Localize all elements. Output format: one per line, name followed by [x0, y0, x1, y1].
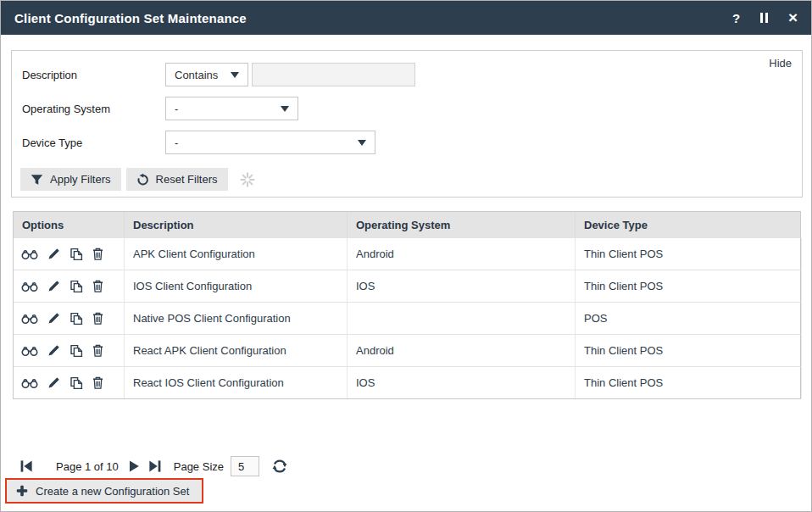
page-indicator: Page 1 of 10 [56, 460, 119, 473]
filter-panel: Hide Description Contains Operating Syst… [11, 50, 803, 198]
next-page-button[interactable] [128, 459, 141, 473]
cell-device-type: Thin Client POS [576, 270, 802, 302]
copy-icon[interactable] [70, 376, 83, 390]
create-configuration-highlight: Create a new Configuration Set [5, 478, 203, 504]
plus-icon [16, 485, 28, 497]
description-label: Description [22, 69, 165, 81]
view-binoculars-icon[interactable] [21, 312, 38, 325]
dropdown-caret-icon [231, 72, 239, 78]
first-page-button[interactable] [19, 459, 33, 473]
reset-undo-icon [136, 173, 149, 186]
cell-operating-system: IOS [348, 270, 576, 302]
reset-filters-button[interactable]: Reset Filters [126, 168, 228, 191]
description-filter-input[interactable] [252, 63, 415, 86]
operating-system-select[interactable]: - [165, 97, 298, 120]
column-header-options: Options [14, 212, 125, 237]
description-operator-select[interactable]: Contains [165, 63, 248, 86]
last-page-icon [148, 459, 162, 473]
column-header-device-type: Device Type [576, 212, 802, 237]
hide-link[interactable]: Hide [769, 57, 792, 70]
pause-icon[interactable] [760, 13, 768, 23]
table-header-row: Options Description Operating System Dev… [14, 212, 800, 237]
delete-trash-icon[interactable] [92, 248, 103, 260]
filter-funnel-icon [31, 174, 43, 186]
operating-system-label: Operating System [22, 103, 165, 115]
page-size-input[interactable] [231, 456, 259, 476]
table-row: React IOS Client Configuration IOS Thin … [14, 366, 800, 398]
dropdown-caret-icon [358, 140, 366, 146]
first-page-icon [19, 459, 33, 473]
apply-filters-button[interactable]: Apply Filters [20, 168, 121, 191]
device-type-select[interactable]: - [165, 131, 375, 154]
edit-pencil-icon[interactable] [47, 312, 60, 325]
edit-pencil-icon[interactable] [47, 376, 60, 389]
column-header-operating-system: Operating System [348, 212, 576, 237]
cell-device-type: Thin Client POS [576, 367, 802, 398]
edit-pencil-icon[interactable] [47, 344, 60, 357]
results-table: Options Description Operating System Dev… [13, 211, 801, 399]
refresh-icon [272, 459, 287, 474]
copy-icon[interactable] [70, 344, 83, 358]
cell-operating-system [348, 303, 576, 334]
delete-trash-icon[interactable] [92, 344, 103, 357]
view-binoculars-icon[interactable] [21, 344, 38, 357]
pagination: Page 1 of 10 Page Size [19, 456, 287, 476]
cell-device-type: Thin Client POS [576, 335, 802, 366]
cell-description: APK Client Configuration [125, 238, 348, 270]
last-page-button[interactable] [148, 459, 162, 473]
refresh-button[interactable] [272, 459, 287, 474]
column-header-description: Description [125, 212, 348, 237]
cell-device-type: Thin Client POS [576, 238, 802, 270]
table-row: IOS Client Configuration IOS Thin Client… [14, 270, 800, 302]
copy-icon[interactable] [70, 312, 83, 326]
help-icon[interactable]: ? [732, 12, 740, 25]
cell-operating-system: Android [348, 238, 576, 270]
view-binoculars-icon[interactable] [21, 280, 38, 292]
copy-icon[interactable] [70, 248, 83, 261]
table-row: Native POS Client Configuration POS [14, 302, 800, 334]
next-page-icon [128, 459, 141, 473]
edit-pencil-icon[interactable] [47, 280, 60, 292]
client-configuration-window: { "titlebar": { "title": "Client Configu… [0, 0, 812, 512]
copy-icon[interactable] [70, 280, 83, 293]
cell-device-type: POS [576, 303, 802, 334]
create-configuration-button[interactable]: Create a new Configuration Set [7, 480, 202, 502]
table-row: APK Client Configuration Android Thin Cl… [14, 237, 800, 270]
device-type-label: Device Type [22, 136, 165, 149]
view-binoculars-icon[interactable] [21, 376, 38, 389]
close-icon[interactable]: × [788, 9, 798, 25]
cell-description: React APK Client Configuration [125, 335, 348, 366]
delete-trash-icon[interactable] [92, 280, 103, 292]
page-size-label: Page Size [174, 460, 224, 473]
cell-description: Native POS Client Configuration [125, 303, 348, 334]
window-title: Client Configuration Set Maintenance [14, 11, 732, 25]
edit-pencil-icon[interactable] [47, 248, 60, 260]
cell-operating-system: Android [348, 335, 576, 366]
loading-spinner-icon [240, 172, 255, 187]
titlebar: Client Configuration Set Maintenance ? × [1, 1, 811, 35]
view-binoculars-icon[interactable] [21, 248, 38, 260]
delete-trash-icon[interactable] [92, 376, 103, 389]
cell-description: IOS Client Configuration [125, 270, 348, 302]
cell-operating-system: IOS [348, 367, 576, 398]
table-row: React APK Client Configuration Android T… [14, 334, 800, 366]
cell-description: React IOS Client Configuration [125, 367, 348, 398]
delete-trash-icon[interactable] [92, 312, 103, 325]
dropdown-caret-icon [281, 106, 289, 112]
